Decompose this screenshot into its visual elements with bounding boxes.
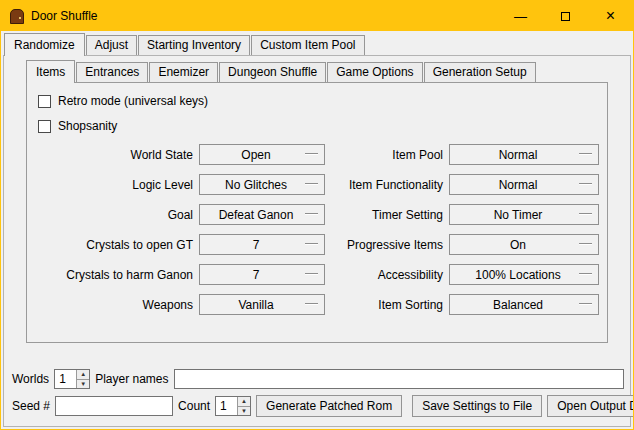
logic-level-label: Logic Level bbox=[61, 178, 193, 192]
worlds-label: Worlds bbox=[12, 372, 49, 386]
dropdown-indicator-icon bbox=[305, 213, 318, 215]
dropdown-indicator-icon bbox=[579, 183, 592, 185]
goal-label: Goal bbox=[61, 208, 193, 222]
item-sorting-dropdown[interactable]: Balanced bbox=[449, 294, 599, 315]
outer-tab-bar: Randomize Adjust Starting Inventory Cust… bbox=[1, 33, 633, 55]
close-icon: × bbox=[606, 8, 615, 24]
timer-setting-dropdown[interactable]: No Timer bbox=[449, 204, 599, 225]
crystals-ganon-value: 7 bbox=[253, 268, 260, 282]
close-button[interactable]: × bbox=[588, 1, 633, 31]
retro-mode-checkbox[interactable]: Retro mode (universal keys) bbox=[38, 94, 599, 108]
player-names-label: Player names bbox=[95, 372, 168, 386]
tab-adjust[interactable]: Adjust bbox=[86, 35, 137, 55]
dropdown-indicator-icon bbox=[305, 273, 318, 275]
item-pool-label: Item Pool bbox=[331, 148, 443, 162]
worlds-row: Worlds 1 ▲ ▼ Player names bbox=[12, 369, 624, 389]
crystals-gt-dropdown[interactable]: 7 bbox=[199, 234, 325, 255]
count-stepper-buttons: ▲ ▼ bbox=[237, 397, 250, 415]
window-title: Door Shuffle bbox=[31, 9, 98, 23]
item-sorting-label: Item Sorting bbox=[331, 298, 443, 312]
dropdown-indicator-icon bbox=[579, 213, 592, 215]
tab-entrances[interactable]: Entrances bbox=[76, 62, 148, 82]
crystals-ganon-label: Crystals to harm Ganon bbox=[61, 268, 193, 282]
tab-enemizer[interactable]: Enemizer bbox=[149, 62, 218, 82]
tab-randomize[interactable]: Randomize bbox=[4, 33, 85, 56]
inner-tab-bar: Items Entrances Enemizer Dungeon Shuffle… bbox=[26, 60, 630, 82]
logic-level-dropdown[interactable]: No Glitches bbox=[199, 174, 325, 195]
item-functionality-value: Normal bbox=[499, 178, 538, 192]
dropdown-indicator-icon bbox=[305, 153, 318, 155]
dropdown-indicator-icon bbox=[305, 303, 318, 305]
checkbox-icon bbox=[38, 120, 51, 133]
shopsanity-label: Shopsanity bbox=[58, 119, 117, 133]
world-state-value: Open bbox=[241, 148, 270, 162]
count-label: Count bbox=[178, 399, 210, 413]
items-tab-pane: Retro mode (universal keys) Shopsanity W… bbox=[26, 82, 608, 343]
accessibility-value: 100% Locations bbox=[475, 268, 560, 282]
save-settings-button[interactable]: Save Settings to File bbox=[412, 395, 542, 417]
goal-dropdown[interactable]: Defeat Ganon bbox=[199, 204, 325, 225]
dropdown-indicator-icon bbox=[579, 153, 592, 155]
crystals-gt-value: 7 bbox=[253, 238, 260, 252]
spin-up-icon[interactable]: ▲ bbox=[237, 397, 250, 407]
progressive-items-dropdown[interactable]: On bbox=[449, 234, 599, 255]
tab-dungeon-shuffle[interactable]: Dungeon Shuffle bbox=[219, 62, 326, 82]
seed-input[interactable] bbox=[55, 396, 173, 416]
weapons-value: Vanilla bbox=[238, 298, 273, 312]
shopsanity-checkbox[interactable]: Shopsanity bbox=[38, 119, 599, 133]
minimize-button[interactable]: — bbox=[498, 1, 543, 31]
seed-row: Seed # Count 1 ▲ ▼ Generate Patched Rom … bbox=[12, 395, 624, 417]
bottom-controls: Worlds 1 ▲ ▼ Player names Seed # Count 1 bbox=[4, 369, 630, 426]
worlds-stepper-buttons: ▲ ▼ bbox=[76, 370, 89, 388]
worlds-value: 1 bbox=[55, 370, 76, 388]
tab-generation-setup[interactable]: Generation Setup bbox=[424, 62, 536, 82]
spin-down-icon[interactable]: ▼ bbox=[237, 407, 250, 416]
worlds-stepper[interactable]: 1 ▲ ▼ bbox=[54, 369, 90, 389]
crystals-gt-label: Crystals to open GT bbox=[61, 238, 193, 252]
logic-level-value: No Glitches bbox=[225, 178, 287, 192]
maximize-icon bbox=[561, 12, 570, 21]
dropdown-indicator-icon bbox=[579, 243, 592, 245]
titlebar: Door Shuffle — × bbox=[1, 1, 633, 31]
timer-setting-label: Timer Setting bbox=[331, 208, 443, 222]
player-names-input[interactable] bbox=[174, 369, 625, 389]
goal-value: Defeat Ganon bbox=[219, 208, 294, 222]
maximize-button[interactable] bbox=[543, 1, 588, 31]
dropdown-indicator-icon bbox=[579, 273, 592, 275]
tab-starting-inventory[interactable]: Starting Inventory bbox=[138, 35, 250, 55]
settings-grid: World State Open Item Pool Normal Logic … bbox=[35, 144, 599, 315]
timer-setting-value: No Timer bbox=[494, 208, 543, 222]
app-icon bbox=[10, 9, 24, 24]
tab-custom-item-pool[interactable]: Custom Item Pool bbox=[251, 35, 364, 55]
spin-up-icon[interactable]: ▲ bbox=[76, 370, 89, 380]
item-functionality-label: Item Functionality bbox=[331, 178, 443, 192]
item-pool-dropdown[interactable]: Normal bbox=[449, 144, 599, 165]
weapons-label: Weapons bbox=[61, 298, 193, 312]
accessibility-label: Accessibility bbox=[331, 268, 443, 282]
progressive-items-label: Progressive Items bbox=[331, 238, 443, 252]
world-state-dropdown[interactable]: Open bbox=[199, 144, 325, 165]
world-state-label: World State bbox=[61, 148, 193, 162]
crystals-ganon-dropdown[interactable]: 7 bbox=[199, 264, 325, 285]
count-stepper[interactable]: 1 ▲ ▼ bbox=[215, 396, 251, 416]
retro-mode-label: Retro mode (universal keys) bbox=[58, 94, 208, 108]
app-window: Door Shuffle — × Randomize Adjust Starti… bbox=[0, 0, 634, 430]
item-functionality-dropdown[interactable]: Normal bbox=[449, 174, 599, 195]
open-output-directory-button[interactable]: Open Output Directory bbox=[547, 395, 634, 417]
item-sorting-value: Balanced bbox=[493, 298, 543, 312]
randomize-tab-pane: Items Entrances Enemizer Dungeon Shuffle… bbox=[3, 55, 631, 427]
weapons-dropdown[interactable]: Vanilla bbox=[199, 294, 325, 315]
generate-patched-rom-button[interactable]: Generate Patched Rom bbox=[256, 395, 402, 417]
item-pool-value: Normal bbox=[499, 148, 538, 162]
tab-game-options[interactable]: Game Options bbox=[327, 62, 422, 82]
dropdown-indicator-icon bbox=[305, 243, 318, 245]
tab-items[interactable]: Items bbox=[26, 60, 75, 83]
accessibility-dropdown[interactable]: 100% Locations bbox=[449, 264, 599, 285]
checkbox-icon bbox=[38, 95, 51, 108]
door-knob-icon bbox=[19, 17, 21, 19]
progressive-items-value: On bbox=[510, 238, 526, 252]
minimize-icon: — bbox=[514, 9, 527, 24]
spin-down-icon[interactable]: ▼ bbox=[76, 380, 89, 389]
seed-label: Seed # bbox=[12, 399, 50, 413]
count-value: 1 bbox=[216, 397, 237, 415]
